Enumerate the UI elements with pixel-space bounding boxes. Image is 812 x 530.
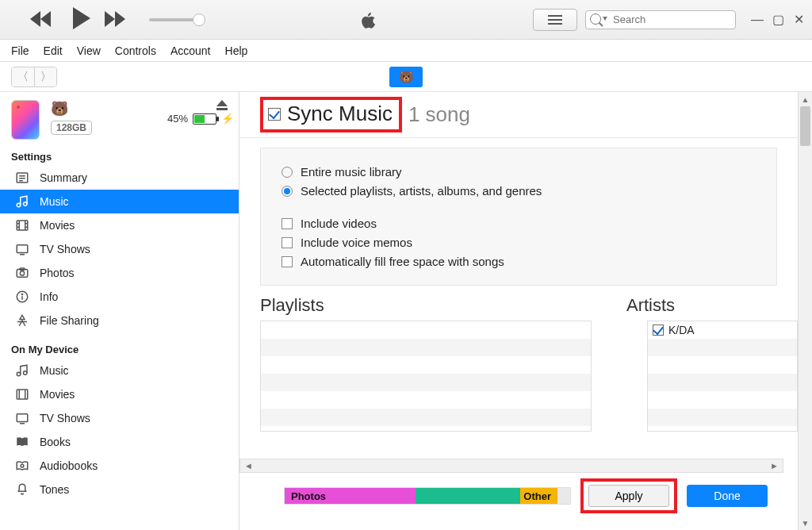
sync-options-panel: Entire music library Selected playlists,…	[260, 148, 777, 286]
nav-forward-button[interactable]: 〉	[34, 67, 56, 86]
chevron-down-icon	[603, 17, 607, 21]
ondevice-item-tvshows[interactable]: TV Shows	[0, 406, 239, 430]
battery-icon	[193, 113, 216, 125]
svg-point-16	[20, 271, 24, 275]
sidebar-item-photos[interactable]: Photos	[0, 261, 239, 285]
menu-edit[interactable]: Edit	[44, 44, 63, 57]
search-input[interactable]	[585, 10, 736, 29]
device-thumbnail-icon	[11, 100, 40, 140]
menu-view[interactable]: View	[77, 44, 101, 57]
sidebar-item-tvshows[interactable]: TV Shows	[0, 237, 239, 261]
ondevice-item-audiobooks[interactable]: Audiobooks	[0, 454, 239, 478]
svg-rect-13	[17, 245, 28, 253]
checkbox-include-videos[interactable]	[282, 218, 293, 229]
sidebar-item-movies[interactable]: Movies	[0, 213, 239, 237]
sidebar-item-label: Info	[40, 290, 58, 303]
content-pane: Sync Music 1 song Entire music library S…	[239, 92, 812, 530]
horizontal-scrollbar[interactable]: ◄►	[239, 459, 783, 473]
window-close-button[interactable]: ✕	[791, 14, 806, 25]
sidebar: 🐻 128GB 45% ⚡ Settings Summary Music Mov…	[0, 92, 239, 530]
volume-slider[interactable]	[149, 18, 201, 21]
tv-icon	[14, 241, 30, 257]
tones-icon	[14, 482, 30, 497]
location-bar: 〈 〉 🐻	[0, 62, 812, 92]
storage-segment-free	[557, 488, 570, 504]
sidebar-item-label: File Sharing	[40, 314, 99, 327]
menu-file[interactable]: File	[11, 44, 29, 57]
scroll-left-icon[interactable]: ◄	[240, 461, 257, 470]
svg-point-29	[21, 464, 24, 467]
sidebar-item-label: Movies	[40, 219, 75, 232]
charging-icon: ⚡	[221, 113, 228, 125]
svg-point-23	[24, 371, 28, 375]
svg-rect-27	[17, 414, 28, 422]
artist-row[interactable]: K/DA	[648, 321, 797, 339]
music-icon	[14, 194, 30, 209]
scroll-down-icon[interactable]: ▼	[799, 516, 812, 530]
eject-button[interactable]	[216, 100, 228, 106]
sidebar-item-music[interactable]: Music	[0, 190, 239, 213]
sidebar-item-summary[interactable]: Summary	[0, 166, 239, 190]
radio-selected-items[interactable]	[282, 186, 293, 197]
apple-logo-icon	[357, 8, 377, 32]
radio-entire-library[interactable]	[282, 167, 293, 178]
storage-segment-other: Other	[520, 488, 557, 504]
artist-checkbox[interactable]	[653, 325, 664, 336]
sync-music-checkbox[interactable]	[268, 108, 281, 121]
movies-icon	[14, 217, 30, 233]
section-label-on-device: On My Device	[0, 340, 239, 359]
sidebar-item-label: TV Shows	[40, 412, 90, 424]
apply-button[interactable]: Apply	[588, 485, 669, 507]
svg-point-5	[24, 202, 28, 206]
ondevice-item-music[interactable]: Music	[0, 359, 239, 382]
highlight-box-apply: Apply	[580, 478, 677, 513]
player-toolbar: — ▢ ✕	[0, 0, 812, 40]
apps-icon	[14, 313, 30, 328]
svg-point-22	[17, 372, 21, 376]
nav-back-button[interactable]: 〈	[12, 67, 34, 86]
sidebar-item-label: Movies	[40, 388, 75, 401]
view-toggle-button[interactable]	[533, 9, 577, 31]
sidebar-item-info[interactable]: Info	[0, 285, 239, 309]
checkbox-include-memos[interactable]	[282, 237, 293, 248]
device-selector-button[interactable]: 🐻	[389, 67, 423, 87]
previous-button[interactable]	[30, 11, 62, 29]
radio-label: Entire music library	[301, 165, 402, 179]
music-note-icon	[14, 363, 30, 378]
playlists-listbox[interactable]	[260, 321, 592, 432]
menu-account[interactable]: Account	[170, 44, 211, 57]
play-button[interactable]	[73, 7, 90, 32]
done-button[interactable]: Done	[687, 485, 768, 507]
menu-help[interactable]: Help	[225, 44, 248, 57]
ondevice-item-tones[interactable]: Tones	[0, 478, 239, 501]
device-capacity-badge: 128GB	[51, 121, 92, 135]
ondevice-item-books[interactable]: Books	[0, 430, 239, 454]
vertical-scrollbar[interactable]: ▲ ▼	[798, 92, 812, 530]
sidebar-item-label: TV Shows	[40, 243, 90, 255]
sidebar-item-label: Photos	[40, 267, 75, 279]
sidebar-item-label: Music	[40, 195, 69, 208]
ondevice-item-movies[interactable]: Movies	[0, 382, 239, 406]
scrollbar-thumb[interactable]	[800, 106, 810, 146]
svg-rect-24	[17, 390, 28, 399]
checkbox-label: Automatically fill free space with songs	[301, 255, 504, 268]
menu-controls[interactable]: Controls	[115, 44, 156, 57]
svg-rect-6	[17, 221, 28, 230]
sidebar-item-label: Tones	[40, 483, 69, 496]
scroll-right-icon[interactable]: ►	[766, 461, 783, 470]
storage-bar: Photos Other	[284, 487, 571, 505]
storage-segment-apps	[416, 488, 520, 504]
scroll-up-icon[interactable]: ▲	[799, 92, 812, 106]
movies-icon	[14, 386, 30, 402]
info-icon	[14, 289, 30, 305]
settings-navlist: Summary Music Movies TV Shows Photos Inf…	[0, 166, 239, 332]
checkbox-autofill[interactable]	[282, 256, 293, 267]
next-button[interactable]	[102, 11, 133, 29]
window-maximize-button[interactable]: ▢	[771, 14, 785, 25]
sidebar-item-filesharing[interactable]: File Sharing	[0, 309, 239, 332]
artists-listbox[interactable]: K/DA	[647, 321, 798, 432]
storage-segment-photos: Photos	[285, 488, 416, 504]
sidebar-item-label: Music	[40, 364, 69, 377]
window-minimize-button[interactable]: —	[750, 14, 764, 25]
playlists-header: Playlists	[260, 295, 626, 316]
